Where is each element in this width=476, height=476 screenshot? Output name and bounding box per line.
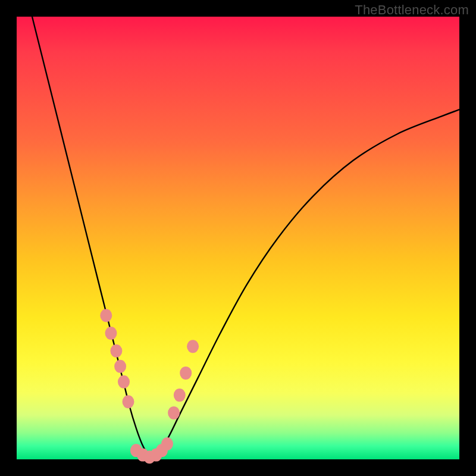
- curve-marker-dot: [105, 327, 117, 340]
- bottleneck-curve: [32, 17, 459, 459]
- curve-marker-dot: [114, 360, 126, 373]
- curve-marker-dot: [118, 375, 130, 389]
- curve-marker-dot: [100, 309, 112, 322]
- curve-markers: [100, 309, 199, 464]
- curve-marker-dot: [180, 367, 192, 380]
- curve-marker-dot: [123, 395, 134, 408]
- curve-svg: [17, 17, 459, 459]
- plot-area: [17, 17, 459, 459]
- curve-marker-dot: [161, 437, 173, 450]
- curve-marker-dot: [110, 345, 122, 358]
- chart-frame: TheBottleneck.com: [0, 0, 476, 476]
- curve-marker-dot: [174, 389, 186, 402]
- curve-marker-dot: [168, 406, 180, 419]
- watermark-text: TheBottleneck.com: [355, 2, 469, 18]
- curve-marker-dot: [187, 340, 199, 353]
